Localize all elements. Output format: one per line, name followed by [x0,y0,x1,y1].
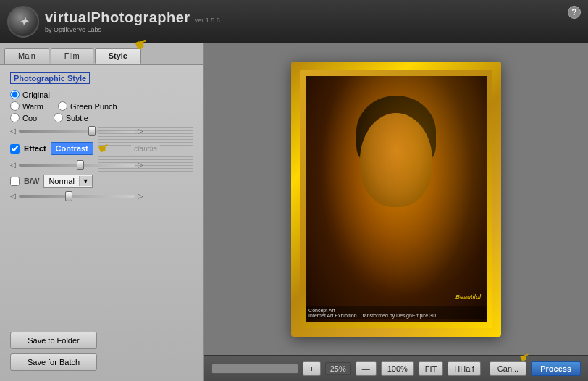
app-version: ver 1.5.6 [195,17,220,24]
photo-caption: Concept Art Internet Art Exhibition. Tra… [306,306,487,319]
left-panel: Main Film Style ☛ Photographic Style Ori… [0,43,204,381]
bottom-toolbar: + 25% — 100% FIT HHalf Can... ☛ Process [204,355,588,381]
zoom-fit-button[interactable]: FIT [419,361,444,376]
effect-slider-thumb[interactable] [77,160,84,170]
bw-select[interactable]: Normal ▼ [43,175,92,188]
bw-slider-track[interactable] [19,195,135,198]
app-subtitle: by OptikVerve Labs [45,26,220,34]
slider-effect: ◁ ▷ [10,161,193,169]
zoom-minus-button[interactable]: — [356,361,377,376]
effect-row: Effect Contrast ☛ [10,141,193,156]
slider-style: ◁ ▷ [10,127,193,135]
section-photographic-style: Photographic Style [10,72,90,84]
tab-style[interactable]: Style ☛ [95,48,141,64]
effect-label: Effect [24,144,46,153]
tab-film[interactable]: Film [51,48,93,64]
save-to-folder-button[interactable]: Save to Folder [10,332,97,349]
app-title-block: virtualPhotographer ver 1.5.6 by OptikVe… [45,9,220,34]
cancel-button[interactable]: Can... ☛ [490,361,526,376]
bw-label: B/W [24,177,39,185]
beautiful-text: Beautiful [455,293,481,301]
right-panel: Beautiful Concept Art Internet Art Exhib… [204,43,588,381]
effect-checkbox[interactable] [10,144,20,154]
radio-green-punch[interactable]: Green Punch [58,101,117,111]
bw-select-arrow[interactable]: ▼ [79,176,92,186]
top-bar: ✦ virtualPhotographer ver 1.5.6 by Optik… [0,0,588,43]
effect-slider-track[interactable] [19,164,135,167]
help-button[interactable]: ? [568,6,581,19]
bw-checkbox[interactable] [10,177,20,186]
golden-frame-inner: Beautiful Concept Art Internet Art Exhib… [300,70,492,328]
app-logo: ✦ [7,6,39,38]
style-slider-thumb[interactable] [88,126,96,136]
radio-row-2: Warm Green Punch [10,101,193,111]
save-for-batch-button[interactable]: Save for Batch [10,353,97,371]
zoom-plus-button[interactable]: + [303,361,320,376]
photo-content: Beautiful Concept Art Internet Art Exhib… [306,76,487,322]
panel-content: Photographic Style Original Warm [0,65,203,326]
radio-original[interactable]: Original [10,90,50,99]
zoom-half-button[interactable]: HHalf [448,361,481,376]
zoom-value: 25% [325,362,351,375]
style-radio-group: Original Warm Green Punch [10,90,193,122]
panel-buttons: Save to Folder Save for Batch [0,326,203,381]
main-layout: Main Film Style ☛ Photographic Style Ori… [0,43,588,381]
photo-frame: Beautiful Concept Art Internet Art Exhib… [291,62,501,337]
tab-main[interactable]: Main [4,48,49,64]
process-button[interactable]: Process [531,361,581,376]
bw-slider-thumb[interactable] [65,191,72,201]
radio-warm[interactable]: Warm [10,101,43,111]
bw-select-value: Normal [44,175,78,187]
radio-subtle[interactable]: Subtle [54,113,88,122]
zoom-100-button[interactable]: 100% [381,361,414,376]
radio-row-3: Cool Subtle [10,113,193,122]
glow-overlay [306,76,487,322]
canvas-area: Beautiful Concept Art Internet Art Exhib… [204,43,588,355]
app-title: virtualPhotographer [45,9,190,26]
radio-cool[interactable]: Cool [10,113,39,122]
bw-row: B/W Normal ▼ [10,175,193,188]
tab-bar: Main Film Style ☛ [0,43,203,64]
effect-dropdown[interactable]: Contrast [51,142,93,155]
golden-frame-outer: Beautiful Concept Art Internet Art Exhib… [291,62,501,337]
progress-bar-container [211,364,298,374]
slider-bw: ◁ ▷ [10,192,193,200]
style-slider-track[interactable] [19,130,135,133]
radio-row-1: Original [10,90,193,99]
effect-cursor-icon: ☛ [96,139,112,158]
